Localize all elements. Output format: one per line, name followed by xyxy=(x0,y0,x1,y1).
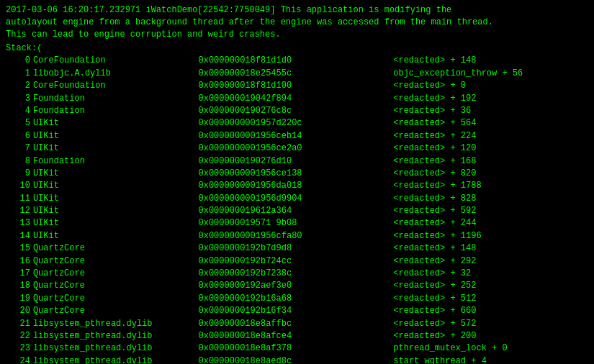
frame-library: libsystem_pthread.dylib xyxy=(33,342,199,355)
frame-address: 0x000000019042f894 xyxy=(199,93,394,105)
frame-symbol: <redacted> + 592 xyxy=(393,205,588,217)
frame-address: 0x000000018e25455c xyxy=(199,68,394,80)
frame-address: 0x000000019612a364 xyxy=(199,205,394,217)
table-row: 6UIKit0x0000000001956ceb14<redacted> + 2… xyxy=(6,130,588,142)
frame-address: 0x000000018e8affbc xyxy=(199,318,394,330)
table-row: 3Foundation0x000000019042f894<redacted> … xyxy=(6,93,588,105)
frame-number: 17 xyxy=(6,268,33,280)
frame-symbol: <redacted> + 252 xyxy=(393,280,588,292)
frame-address: 0x000000018f81d1d0 xyxy=(199,55,394,67)
frame-library: UIKit xyxy=(33,168,199,180)
table-row: 23libsystem_pthread.dylib0x000000018e8af… xyxy=(6,342,588,355)
table-row: 13UIKit0x000000019571 9b08<redacted> + 2… xyxy=(6,217,588,229)
frame-symbol: <redacted> + 192 xyxy=(393,93,588,105)
frame-library: libsystem_pthread.dylib xyxy=(33,355,199,364)
frame-symbol: <redacted> + 36 xyxy=(393,105,588,117)
frame-number: 15 xyxy=(6,242,33,255)
frame-symbol: <redacted> + 148 xyxy=(393,55,588,67)
header-line1: 2017-03-06 16:20:17.232971 iWatchDemo[22… xyxy=(6,4,588,17)
frame-address: 0x0000000001957d220c xyxy=(199,117,394,129)
frame-address: 0x0000000192aef3e0 xyxy=(199,280,394,292)
frame-address: 0x000000018e8aed8c xyxy=(199,355,394,364)
frame-address: 0x000000019571 9b08 xyxy=(199,217,394,229)
frame-symbol: start_wqthread + 4 xyxy=(393,355,588,364)
frame-number: 16 xyxy=(6,255,33,268)
frame-symbol: <redacted> + 572 xyxy=(393,318,588,330)
table-row: 2CoreFoundation0x000000018f81d100<redact… xyxy=(6,80,588,92)
frame-library: QuartzCore xyxy=(33,280,199,292)
frame-number: 12 xyxy=(6,205,33,217)
frame-number: 8 xyxy=(6,155,33,168)
frame-address: 0x0000000192b16a68 xyxy=(199,293,394,305)
frame-symbol: <redacted> + 168 xyxy=(393,155,588,168)
frame-address: 0x0000000001956ce138 xyxy=(199,168,394,180)
frame-address: 0x0000000190276c8c xyxy=(199,105,394,117)
frame-address: 0x0000000001956ce2a0 xyxy=(199,142,394,155)
frame-library: UIKit xyxy=(33,142,199,155)
stack-label: Stack:( xyxy=(6,43,588,53)
table-row: 9UIKit0x0000000001956ce138<redacted> + 8… xyxy=(6,168,588,180)
frame-number: 1 xyxy=(6,68,33,80)
frame-address: 0x0000000001956da018 xyxy=(199,180,394,192)
frame-library: UIKit xyxy=(33,217,199,229)
frame-number: 14 xyxy=(6,230,33,242)
table-row: 4Foundation0x0000000190276c8c<redacted> … xyxy=(6,105,588,117)
frame-number: 13 xyxy=(6,217,33,229)
frame-symbol: <redacted> + 512 xyxy=(393,293,588,305)
table-row: 22libsystem_pthread.dylib0x000000018e8af… xyxy=(6,330,588,342)
frame-library: QuartzCore xyxy=(33,255,199,268)
frame-address: 0x0000000190276d10 xyxy=(199,155,394,168)
table-row: 8Foundation0x0000000190276d10<redacted> … xyxy=(6,155,588,168)
frame-symbol: <redacted> + 148 xyxy=(393,242,588,255)
frame-symbol: <redacted> + 224 xyxy=(393,130,588,142)
frame-library: libsystem_pthread.dylib xyxy=(33,318,199,330)
frame-number: 21 xyxy=(6,318,33,330)
table-row: 24libsystem_pthread.dylib0x000000018e8ae… xyxy=(6,355,588,364)
table-row: 11UIKit0x0000000001956d9904<redacted> + … xyxy=(6,193,588,205)
frame-number: 0 xyxy=(6,55,33,67)
table-row: 14UIKit0x0000000001956cfa80<redacted> + … xyxy=(6,230,588,242)
header-block: 2017-03-06 16:20:17.232971 iWatchDemo[22… xyxy=(6,4,588,40)
frame-symbol: <redacted> + 200 xyxy=(393,330,588,342)
frame-number: 5 xyxy=(6,117,33,129)
table-row: 19QuartzCore0x0000000192b16a68<redacted>… xyxy=(6,293,588,305)
frame-library: Foundation xyxy=(33,155,199,168)
frame-address: 0x0000000192b16f34 xyxy=(199,305,394,317)
frame-library: QuartzCore xyxy=(33,268,199,280)
table-row: 18QuartzCore0x0000000192aef3e0<redacted>… xyxy=(6,280,588,292)
frame-number: 18 xyxy=(6,280,33,292)
table-row: 20QuartzCore0x0000000192b16f34<redacted>… xyxy=(6,305,588,317)
frame-address: 0x000000018e8af378 xyxy=(199,342,394,355)
frame-library: UIKit xyxy=(33,193,199,205)
frame-library: libsystem_pthread.dylib xyxy=(33,330,199,342)
table-row: 17QuartzCore0x0000000192b7238c<redacted>… xyxy=(6,268,588,280)
frame-number: 2 xyxy=(6,80,33,92)
frame-symbol: objc_exception_throw + 56 xyxy=(393,68,588,80)
frame-number: 3 xyxy=(6,93,33,105)
frame-number: 23 xyxy=(6,342,33,355)
frame-address: 0x0000000001956ceb14 xyxy=(199,130,394,142)
frame-library: UIKit xyxy=(33,230,199,242)
frame-library: QuartzCore xyxy=(33,305,199,317)
frame-library: Foundation xyxy=(33,105,199,117)
frame-library: CoreFoundation xyxy=(33,80,199,92)
frame-symbol: <redacted> + 564 xyxy=(393,117,588,129)
frame-address: 0x000000018f81d100 xyxy=(199,80,394,92)
table-row: 16QuartzCore0x0000000192b724cc<redacted>… xyxy=(6,255,588,268)
frame-symbol: <redacted> + 828 xyxy=(393,193,588,205)
frame-symbol: <redacted> + 1788 xyxy=(393,180,588,192)
frame-library: UIKit xyxy=(33,180,199,192)
frame-number: 4 xyxy=(6,105,33,117)
frame-symbol: <redacted> + 292 xyxy=(393,255,588,268)
frame-number: 9 xyxy=(6,168,33,180)
frame-number: 22 xyxy=(6,330,33,342)
frame-address: 0x0000000192b7238c xyxy=(199,268,394,280)
frame-address: 0x0000000192b7d9d8 xyxy=(199,242,394,255)
frame-number: 24 xyxy=(6,355,33,364)
frame-number: 19 xyxy=(6,293,33,305)
frame-address: 0x0000000001956cfa80 xyxy=(199,230,394,242)
frame-library: CoreFoundation xyxy=(33,55,199,67)
frame-library: Foundation xyxy=(33,93,199,105)
frame-address: 0x0000000192b724cc xyxy=(199,255,394,268)
header-line3: This can lead to engine corruption and w… xyxy=(6,29,588,41)
